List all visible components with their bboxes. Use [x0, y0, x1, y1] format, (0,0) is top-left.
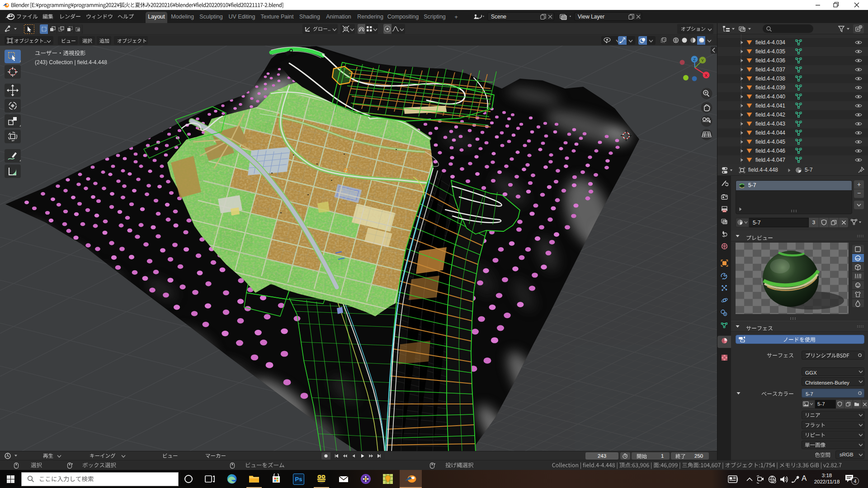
svg-text:X: X	[705, 73, 708, 78]
svg-text:Y: Y	[701, 58, 704, 63]
svg-text:Z: Z	[693, 57, 696, 62]
